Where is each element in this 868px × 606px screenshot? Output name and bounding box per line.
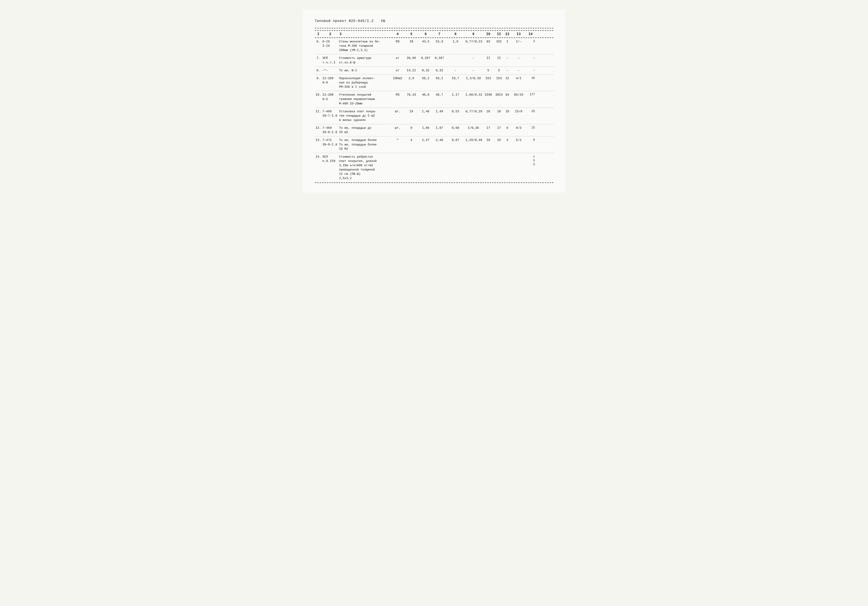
col-header-1: I (315, 32, 322, 36)
col13-val: 85/25 (512, 92, 526, 98)
col9-val: I,3/0,39 (465, 76, 482, 81)
col6-val: 2,47 (418, 138, 433, 143)
col9-val: I,28/0,48 (465, 138, 482, 143)
row-desc: Пароизоляция оклееч- ная из рубероида РМ… (339, 76, 391, 90)
col14-val: I5 (526, 126, 535, 130)
row-desc: Стоимость арматуры ст.кл.А-Ш (339, 56, 391, 65)
col5-val: IЯ (404, 39, 418, 44)
col9-val (465, 154, 482, 155)
row-ref: –"– (322, 68, 339, 73)
col12-val: 2 (503, 39, 512, 44)
col-header-10: IO (482, 32, 495, 36)
header-row: Типовой проект И25-045/I.2 УШ (315, 19, 553, 23)
row-ref: ЗСП п.9.I59 (322, 154, 339, 164)
col6-val: I,48 (418, 109, 433, 114)
col9-val: – (465, 68, 482, 73)
row-unit: МЗ (391, 92, 404, 98)
col8-val (446, 56, 465, 57)
col8-val: 0,87 (446, 138, 465, 143)
col-header-14: I4 (526, 32, 535, 36)
table-row: I2.7–469 39–8–I.8То же, площадью до IO м… (315, 124, 553, 136)
col7-val: 0,32 (433, 68, 446, 73)
col5-val: I4,2I (404, 68, 418, 73)
table-body: 6.6–I6 I–I6Стены монолитные из бе- тона … (315, 38, 553, 183)
col5-val: 78,33 (404, 92, 418, 98)
col11-val: I7 (495, 126, 503, 131)
col14-val: 8 (526, 138, 535, 143)
col14-val: I77 (526, 92, 535, 97)
row-unit: IOOм2 (391, 76, 404, 81)
row-number: I4. (315, 154, 322, 160)
col9-val: – (465, 56, 482, 61)
col12-val: – (503, 56, 512, 61)
row-ref: 6–I6 I–I6 (322, 39, 339, 49)
row-unit: кг (391, 68, 404, 73)
col9-val: 0,77/0,23 (465, 39, 482, 44)
row-unit: шт. (391, 126, 404, 131)
col9-val: 0,77/0,29 (465, 109, 482, 114)
column-headers: I 2 3 4 5 6 7 8 9 IO II I2 I3 I4 (315, 30, 553, 38)
table-row: IO.I2–288 9–5Утепление покрытий гравием … (315, 91, 553, 108)
col10-val: II (482, 56, 495, 61)
col11-val: I63 (495, 76, 503, 81)
row-ref: 7–466 39–7–I.8 (322, 109, 339, 119)
table-row: 9.I2–289 9–6Пароизоляция оклееч- ная из … (315, 74, 553, 91)
row-number: IO. (315, 92, 322, 98)
col13-val: – (512, 56, 526, 61)
col11-val: 5 (495, 68, 503, 73)
row-number: 9. (315, 76, 322, 81)
col-header-9: 9 (465, 32, 482, 36)
page-container: Типовой проект И25-045/I.2 УШ I 2 3 4 5 … (303, 9, 565, 192)
col-header-8: 8 (446, 32, 465, 36)
col14-val: 25 (526, 109, 535, 114)
col-header-4: 4 (391, 32, 404, 36)
col8-val: 0,68 (446, 126, 465, 131)
col6-val: 40,8 (418, 92, 433, 98)
col7-val: I,49 (433, 109, 446, 114)
col12-val: – (503, 68, 512, 73)
col9-val: I/0,38 (465, 126, 482, 131)
col10-val: 3I96 (482, 92, 495, 98)
col7-val: 56,I (433, 76, 446, 81)
col14-val: – (526, 56, 535, 60)
col7-val: I,87 (433, 126, 446, 131)
col5-val: 39,96 (404, 56, 418, 61)
row-desc: То же, В–I (339, 68, 391, 73)
col6-val: I,86 (418, 126, 433, 131)
col8-val: 0,53 (446, 109, 465, 114)
col8-val: I,I7 (446, 92, 465, 98)
col12-val (503, 154, 512, 155)
col10-val: IO (482, 138, 495, 143)
col-header-11: II (495, 32, 503, 36)
col13-val (512, 154, 526, 155)
table-row: 8.–"–То же, В–IкгI4,2I0,320,32––55––– (315, 67, 553, 74)
col-header-13: I3 (512, 32, 526, 36)
row-number: 6. (315, 39, 322, 44)
col5-val: 4 (404, 138, 418, 143)
col8-val: IO,7 (446, 76, 465, 81)
col6-val: 0,287 (418, 56, 433, 61)
col-header-12: I2 (503, 32, 512, 36)
row-ref: 7–472 39–9–I.8 (322, 138, 339, 147)
col-header-7: 7 (433, 32, 446, 36)
col11-val: 28 (495, 109, 503, 114)
row-desc: Стены монолитные из бе- тона М-200 толщи… (339, 39, 391, 53)
col13-val: 5/2 (512, 138, 526, 143)
col5-val (404, 154, 418, 155)
col11-val (495, 154, 503, 155)
row-number: I2. (315, 126, 322, 131)
col-header-5: 5 (404, 32, 418, 36)
table-row: II.7–466 39–7–I.8Установка плит покры- т… (315, 108, 553, 124)
col10-val: I63 (482, 76, 495, 81)
table-row: 7.ЗСП т.ч.т.IСтоимость арматуры ст.кл.А-… (315, 54, 553, 67)
col14-val: 35 (526, 76, 535, 81)
row-desc: Утепление покрытий гравием керамзитовым … (339, 92, 391, 106)
col10-val: 83 (482, 39, 495, 44)
row-unit: МЗ (391, 39, 404, 44)
col10-val: 5 (482, 68, 495, 73)
col13-val: 9/3 (512, 126, 526, 131)
table-row: 6.6–I6 I–I6Стены монолитные из бе- тона … (315, 38, 553, 54)
row-number: I3. (315, 138, 322, 143)
col-header-2: 2 (322, 32, 339, 36)
col10-val: I7 (482, 126, 495, 131)
